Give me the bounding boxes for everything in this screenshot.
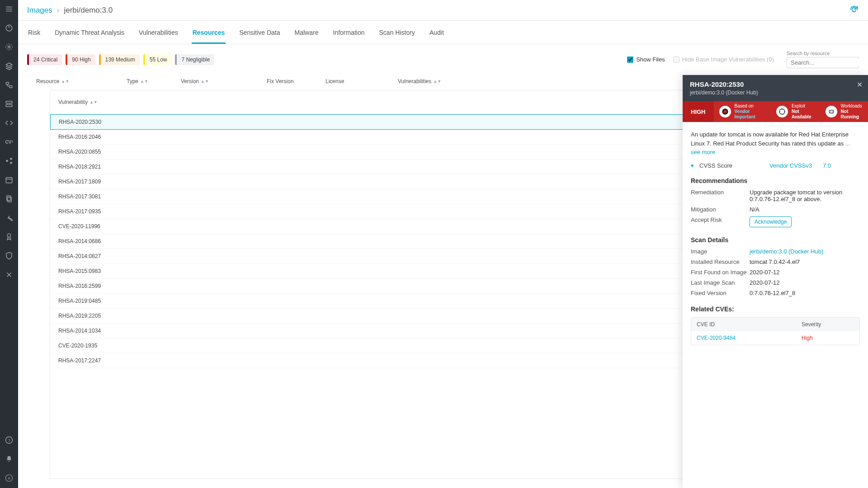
cve-id-link[interactable]: CVE-2020-9484 — [691, 331, 796, 345]
chip-critical[interactable]: 24 Critical — [27, 54, 62, 65]
vuln-name: RHSA-2018:2921 — [58, 164, 764, 170]
network-icon[interactable] — [4, 80, 14, 90]
user-icon[interactable]: A — [4, 473, 14, 483]
cluster-icon[interactable] — [4, 155, 14, 166]
svg-rect-2 — [6, 82, 9, 84]
left-nav: CV³ ? A — [0, 0, 18, 488]
details-panel: RHSA-2020:2530 jerbi/demo:3.0 (Docker Hu… — [683, 75, 868, 488]
details-title: RHSA-2020:2530 — [690, 80, 861, 88]
hide-base-checkbox[interactable]: Hide Base Image Vulnerabilities (0) — [673, 56, 774, 63]
cvss-row[interactable]: ▾ CVSS Score Vendor CVSSv3 7.0 — [691, 162, 860, 169]
svg-point-8 — [10, 162, 12, 164]
search-label: Search by resource — [787, 51, 859, 56]
col-resource[interactable]: Resource▲▼ — [36, 78, 127, 84]
tools-icon[interactable] — [4, 269, 14, 280]
vuln-name: RHSA-2016:2046 — [58, 134, 764, 140]
scan-image-link[interactable]: jerbi/demo:3.0 (Docker Hub) — [750, 248, 860, 255]
svg-point-6 — [6, 160, 8, 162]
main-area: Images › jerbi/demo:3.0 RiskDynamic Thre… — [18, 0, 868, 488]
recommendations-heading: Recommendations — [691, 177, 860, 184]
tab-risk[interactable]: Risk — [27, 21, 41, 44]
cvss-vendor-link[interactable]: Vendor CVSSv3 — [769, 162, 812, 169]
vendor-icon — [719, 106, 731, 117]
tab-audit[interactable]: Audit — [429, 21, 445, 44]
chevron-down-icon: ▾ — [691, 162, 694, 169]
shield-icon[interactable] — [4, 250, 14, 261]
vuln-name: RHSA-2017:1809 — [58, 178, 764, 185]
cve-col-sev: Severity — [796, 318, 859, 331]
vuln-name: RHSA-2017:3081 — [58, 193, 764, 200]
help-icon[interactable]: ? — [4, 435, 14, 446]
vuln-name: RHSA-2016:2599 — [58, 283, 764, 289]
calendar-icon[interactable] — [4, 174, 14, 185]
tab-sensitive-data[interactable]: Sensitive Data — [238, 21, 281, 44]
tab-scan-history[interactable]: Scan History — [378, 21, 416, 44]
bell-icon[interactable] — [4, 454, 14, 465]
vuln-name: CVE-2020-1935 — [58, 343, 764, 349]
chip-low[interactable]: 55 Low — [143, 54, 172, 65]
wrench-icon[interactable] — [4, 212, 14, 223]
svg-rect-21 — [829, 110, 833, 113]
col-vulnerabilities[interactable]: Vulnerabilities▲▼ — [398, 78, 479, 84]
svg-rect-9 — [6, 178, 12, 183]
svg-point-7 — [10, 158, 12, 160]
col-license[interactable]: License — [326, 78, 398, 84]
tab-dynamic-threat-analysis[interactable]: Dynamic Threat Analysis — [54, 21, 125, 44]
svg-text:?: ? — [8, 438, 10, 443]
svg-rect-10 — [7, 196, 10, 201]
tab-malware[interactable]: Malware — [294, 21, 320, 44]
search-input[interactable] — [791, 59, 867, 66]
scan-last-scan-value: 2020-07-12 — [750, 279, 860, 286]
vuln-name: RHSA-2020:0855 — [58, 149, 764, 155]
refresh-button[interactable] — [849, 5, 859, 16]
related-cves-heading: Related CVEs: — [691, 305, 860, 313]
dashboard-icon[interactable] — [4, 23, 14, 33]
band-based-on: Based onVendor Important — [714, 101, 771, 122]
gear-icon[interactable] — [4, 42, 14, 52]
copy-icon[interactable] — [4, 193, 14, 204]
breadcrumb-current: jerbi/demo:3.0 — [64, 6, 113, 15]
subcol-vulnerability[interactable]: Vulnerability▲▼ — [58, 96, 764, 108]
server-icon[interactable] — [4, 99, 14, 109]
show-files-checkbox[interactable]: Show Files — [627, 56, 665, 63]
search-input-wrap — [787, 57, 859, 68]
cve-col-id: CVE ID — [691, 318, 796, 331]
breadcrumb-parent[interactable]: Images — [27, 6, 52, 15]
vuln-name: RHSA-2017:2247 — [58, 357, 764, 364]
chip-medium[interactable]: 139 Medium — [99, 54, 140, 65]
menu-icon[interactable] — [4, 4, 14, 14]
band-severity: HIGH — [683, 101, 714, 122]
col-version[interactable]: Version▲▼ — [181, 78, 267, 84]
code-icon[interactable] — [4, 117, 14, 128]
badge-icon[interactable] — [4, 231, 14, 242]
chip-negligible[interactable]: 7 Negligible — [175, 54, 214, 65]
hide-base-label: Hide Base Image Vulnerabilities (0) — [682, 56, 774, 63]
vuln-name: RHSA-2020:2530 — [59, 119, 764, 125]
chevron-right-icon: › — [57, 6, 60, 15]
col-fix-version[interactable]: Fix Version — [267, 78, 326, 84]
filter-bar: 24 Critical 90 High 139 Medium 55 Low 7 … — [18, 44, 868, 73]
col-type[interactable]: Type▲▼ — [127, 78, 181, 84]
related-cves-table: CVE IDSeverity CVE-2020-9484High — [691, 317, 860, 345]
accept-risk-label: Accept Risk — [691, 216, 750, 227]
tab-information[interactable]: Information — [332, 21, 365, 44]
acknowledge-button[interactable]: Acknowledge — [750, 216, 792, 227]
remediation-label: Remediation — [691, 189, 750, 202]
mitigation-value: N/A — [750, 206, 860, 213]
band-workloads: WorkloadsNot Running — [820, 101, 868, 122]
tab-resources[interactable]: Resources — [192, 21, 226, 44]
cve-severity: High — [796, 331, 859, 345]
chip-high[interactable]: 90 High — [66, 54, 95, 65]
vuln-name: RHSA-2014:0827 — [58, 253, 764, 259]
vuln-name: CVE-2020-11996 — [58, 223, 764, 230]
show-files-label: Show Files — [636, 56, 665, 63]
scan-resource-value: tomcat 7.0.42-4.el7 — [750, 258, 860, 265]
tab-vulnerabilities[interactable]: Vulnerabilities — [138, 21, 179, 44]
severity-band: HIGH Based onVendor Important ExploitNot… — [683, 101, 868, 122]
vuln-name: RHSA-2019:0485 — [58, 298, 764, 304]
cvss-icon[interactable]: CV³ — [4, 136, 14, 147]
close-icon[interactable]: ✕ — [857, 80, 863, 89]
svg-text:A: A — [8, 476, 10, 480]
svg-rect-5 — [6, 105, 12, 107]
layers-icon[interactable] — [4, 61, 14, 71]
